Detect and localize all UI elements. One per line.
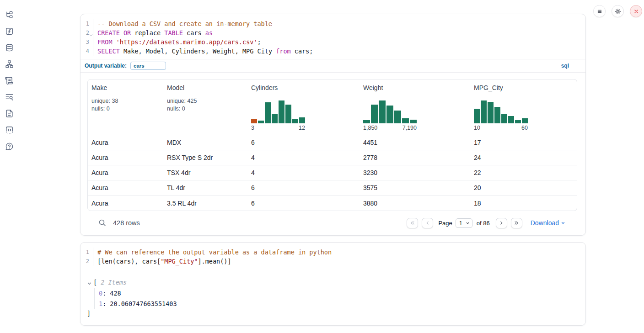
code-content: FROM 'https://datasets.marimo.app/cars.c… bbox=[93, 37, 261, 47]
code-token: OR bbox=[123, 29, 131, 37]
code-token: replace bbox=[131, 29, 164, 37]
datasources-icon[interactable] bbox=[4, 42, 15, 53]
code-content: [len(cars), cars["MPG_City"].mean()] bbox=[93, 257, 231, 266]
code-token: 'https://datasets.marimo.app/cars.csv' bbox=[116, 38, 258, 46]
code-token: ; bbox=[258, 38, 261, 46]
histogram-bar bbox=[292, 119, 298, 123]
column-stat: nulls: 0 bbox=[167, 105, 244, 113]
sql-language-badge[interactable]: sql bbox=[561, 63, 569, 69]
histogram-bar bbox=[279, 100, 284, 123]
column-header[interactable]: Modelunique: 425nulls: 0 bbox=[163, 79, 247, 135]
histogram-bar bbox=[379, 100, 386, 123]
page-total-label: of 86 bbox=[477, 220, 490, 227]
search-icon[interactable] bbox=[98, 219, 106, 227]
tree-collapse-toggle[interactable]: [ 2 Items bbox=[87, 277, 585, 287]
sql-code-editor[interactable]: 1-- Download a CSV and create an in-memo… bbox=[80, 14, 585, 59]
next-page-button[interactable] bbox=[496, 218, 507, 228]
code-content: CREATE OR replace TABLE cars as bbox=[93, 28, 213, 37]
table-cell: 3230 bbox=[360, 169, 470, 176]
logs-icon[interactable] bbox=[4, 91, 15, 102]
scratchpad-icon[interactable] bbox=[4, 75, 15, 86]
histogram-bar bbox=[481, 100, 487, 123]
code-line: 1# We can reference the output variable … bbox=[80, 248, 585, 257]
snippets-icon[interactable] bbox=[4, 124, 15, 135]
tree-entries: 0:4281:20.060747663551403 bbox=[94, 288, 585, 309]
fold-chevron-icon[interactable] bbox=[89, 31, 93, 34]
help-icon[interactable] bbox=[4, 141, 15, 152]
line-number: 4 bbox=[80, 47, 93, 56]
histogram-bar bbox=[386, 106, 393, 123]
histogram-bar bbox=[363, 120, 370, 123]
chevron-down-icon bbox=[561, 221, 565, 225]
file-explorer-icon[interactable] bbox=[4, 9, 15, 20]
code-token: FROM bbox=[97, 38, 113, 46]
table-footer: 428 rows Page 1 of 86 bbox=[87, 211, 577, 235]
column-stats: unique: 38nulls: 0 bbox=[91, 97, 160, 112]
tree-entry-colon: : bbox=[102, 300, 106, 307]
table-cell: Acura bbox=[88, 169, 163, 176]
table-cell: 6 bbox=[247, 184, 360, 191]
last-page-button[interactable] bbox=[511, 218, 522, 228]
output-variable-input[interactable] bbox=[130, 62, 166, 70]
column-header[interactable]: Weight1,8507,190 bbox=[360, 79, 470, 135]
histogram-bar bbox=[251, 119, 257, 123]
sql-cell: 1-- Download a CSV and create an in-memo… bbox=[80, 14, 586, 236]
column-stat: unique: 38 bbox=[91, 97, 160, 105]
column-header[interactable]: Cylinders312 bbox=[247, 79, 360, 135]
table-cell: 20 bbox=[470, 184, 577, 191]
previous-page-button[interactable] bbox=[422, 218, 433, 228]
histogram-bar bbox=[494, 107, 500, 123]
column-header[interactable]: MPG_City1060 bbox=[470, 79, 577, 135]
line-number: 3 bbox=[80, 37, 93, 47]
menu-button[interactable] bbox=[593, 5, 606, 17]
download-button[interactable]: Download bbox=[531, 219, 565, 227]
column-name: Cylinders bbox=[251, 84, 356, 91]
histogram-bar bbox=[299, 117, 305, 123]
column-name: MPG_City bbox=[474, 84, 573, 91]
code-token: "MPG_City" bbox=[161, 258, 198, 265]
table-cell: 6 bbox=[247, 139, 360, 146]
table-cell: Acura bbox=[88, 139, 163, 146]
table-header-row: Makeunique: 38nulls: 0Modelunique: 425nu… bbox=[88, 79, 577, 135]
data-table: Makeunique: 38nulls: 0Modelunique: 425nu… bbox=[87, 79, 577, 211]
page-select[interactable]: 1 bbox=[456, 218, 472, 228]
python-code-editor[interactable]: 1# We can reference the output variable … bbox=[80, 243, 585, 272]
table-cell: 4451 bbox=[360, 139, 470, 146]
histogram-bar bbox=[474, 109, 480, 123]
column-stat: nulls: 0 bbox=[91, 105, 160, 113]
table-row: AcuraTSX 4dr4323022 bbox=[88, 165, 577, 180]
output-variable-label: Output variable: bbox=[85, 63, 127, 69]
code-token: [len(cars), cars[ bbox=[97, 258, 161, 265]
shutdown-button[interactable] bbox=[630, 5, 642, 17]
row-count: 428 rows bbox=[113, 219, 140, 227]
code-token: CREATE bbox=[97, 29, 120, 37]
histogram-bar bbox=[265, 102, 271, 123]
variables-icon[interactable] bbox=[4, 26, 15, 37]
histogram-max-label: 7,190 bbox=[402, 125, 417, 131]
code-token bbox=[113, 38, 116, 46]
settings-button[interactable] bbox=[612, 5, 624, 17]
column-header[interactable]: Makeunique: 38nulls: 0 bbox=[88, 79, 163, 135]
histogram-bar bbox=[410, 120, 417, 123]
histogram-min-label: 10 bbox=[474, 125, 480, 131]
table-cell: 6 bbox=[247, 200, 360, 207]
download-label: Download bbox=[531, 219, 559, 227]
documentation-icon[interactable] bbox=[4, 108, 15, 119]
histogram-max-label: 60 bbox=[521, 125, 528, 131]
table-cell: Acura bbox=[88, 200, 163, 207]
column-stats: unique: 425nulls: 0 bbox=[167, 97, 244, 112]
histogram-bar bbox=[515, 120, 521, 123]
histogram-bar bbox=[371, 105, 378, 123]
chevron-down-icon bbox=[87, 280, 92, 285]
histogram-bar bbox=[522, 118, 528, 123]
dependency-graph-icon[interactable] bbox=[4, 58, 15, 69]
table-cell: 22 bbox=[470, 169, 577, 176]
tree-close-bracket: ] bbox=[87, 309, 585, 318]
code-token: ].mean()] bbox=[198, 258, 231, 265]
histogram-bar bbox=[285, 105, 291, 123]
first-page-button[interactable] bbox=[407, 218, 418, 228]
tree-item-count: 2 Items bbox=[101, 279, 127, 286]
table-cell: 24 bbox=[470, 154, 577, 161]
table-row: AcuraRSX Type S 2dr4277824 bbox=[88, 150, 577, 165]
code-token: cars bbox=[183, 29, 205, 37]
